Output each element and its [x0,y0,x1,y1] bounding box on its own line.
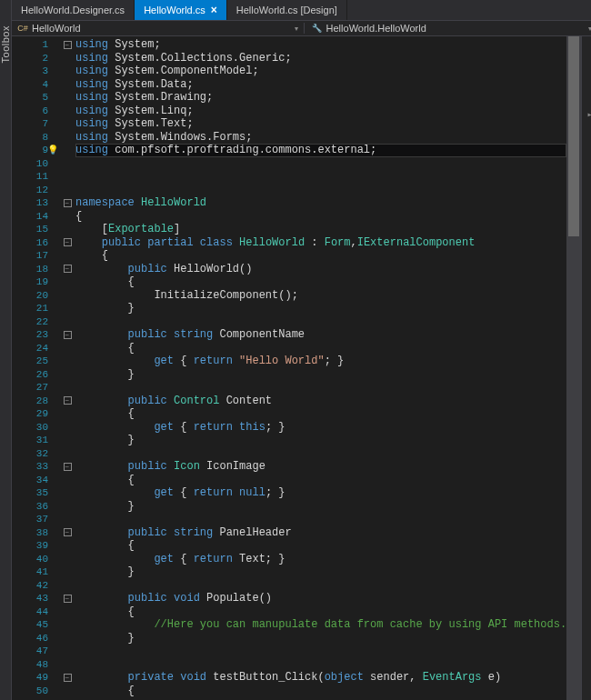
code-line[interactable]: using System.Text; [75,117,566,131]
code-line[interactable]: public void Populate() [75,592,566,605]
nav-member-label: HelloWorld.HelloWorld [326,23,426,34]
code-line[interactable]: { [75,407,566,421]
code-line[interactable]: InitializeComponent(); [75,289,566,303]
nav-scope-dropdown[interactable]: C# HelloWorld ▾ [12,23,305,34]
line-number: 33 [12,460,48,474]
file-tab[interactable]: HelloWorld.cs [Design] [227,0,347,20]
code-line[interactable]: private void testButton_Click(object sen… [75,671,566,685]
code-line[interactable]: namespace HelloWorld [75,196,566,210]
code-line[interactable] [75,157,566,171]
code-line[interactable] [75,170,566,184]
line-number: 35 [12,486,48,500]
code-line[interactable]: //Here you can manupulate data from cach… [75,618,566,632]
tab-label: HelloWorld.cs [Design] [236,5,337,15]
line-number: 24 [12,342,48,355]
code-line[interactable] [75,645,566,658]
line-number: 31 [12,434,48,447]
code-area[interactable]: using System;using System.Collections.Ge… [74,36,566,700]
code-line[interactable]: { [75,342,566,355]
code-line[interactable]: public Control Content [75,395,566,408]
code-line[interactable]: { [75,539,566,553]
line-number: 30 [12,421,48,435]
fold-toggle[interactable]: − [64,674,72,682]
line-number: 43 [12,592,48,605]
code-line[interactable]: using System.Linq; [75,105,566,118]
code-line[interactable] [75,447,566,461]
code-line[interactable]: public partial class HelloWorld : Form,I… [75,236,566,250]
code-line[interactable]: [Exportable] [75,223,566,236]
line-number: 29 [12,407,48,421]
code-line[interactable]: using System.ComponentModel; [75,65,566,78]
code-line[interactable]: { [75,210,566,224]
code-editor[interactable]: 123456789💡101112131415161718192021222324… [12,36,591,700]
line-number: 36 [12,500,48,514]
code-line[interactable] [75,579,566,593]
code-line[interactable]: { [75,249,566,263]
line-number: 26 [12,368,48,382]
fold-toggle[interactable]: − [64,528,72,536]
close-icon[interactable]: × [211,4,217,16]
code-line[interactable]: using com.pfsoft.proftrading.commons.ext… [75,144,566,157]
line-number: 2 [12,52,48,65]
code-line[interactable]: get { return Text; } [75,553,566,566]
file-tab[interactable]: HelloWorld.cs× [135,0,227,20]
nav-member-dropdown[interactable]: 🔧 HelloWorld.HelloWorld ▾ [305,23,591,34]
fold-toggle[interactable]: − [64,199,72,207]
code-line[interactable]: } [75,302,566,315]
line-number: 4 [12,78,48,92]
line-number: 49 [12,671,48,685]
code-line[interactable] [75,381,566,395]
line-number: 6 [12,105,48,118]
line-number: 50 [12,685,48,698]
file-tab[interactable]: HelloWorld.Designer.cs [12,0,135,20]
code-line[interactable]: } [75,500,566,514]
toolbox-strip[interactable]: Toolbox [0,0,12,700]
line-number: 3 [12,65,48,78]
fold-toggle[interactable]: − [64,238,72,246]
lightbulb-icon[interactable]: 💡 [47,145,58,158]
code-line[interactable]: using System; [75,38,566,52]
line-number: 17 [12,249,48,263]
code-line[interactable]: public string ComponentName [75,328,566,342]
fold-toggle[interactable]: − [64,41,72,49]
line-number: 14 [12,210,48,224]
fold-toggle[interactable]: − [64,331,72,339]
code-line[interactable]: using System.Windows.Forms; [75,131,566,145]
code-line[interactable]: { [75,474,566,487]
code-line[interactable]: get { return this; } [75,421,566,435]
chevron-down-icon: ▾ [295,25,298,33]
code-line[interactable] [75,513,566,526]
line-number: 34 [12,474,48,487]
code-line[interactable]: public Icon IconImage [75,460,566,474]
collapse-bar[interactable]: ▸ [581,36,591,700]
code-line[interactable]: } [75,632,566,645]
code-line[interactable]: public HelloWorld() [75,263,566,276]
code-line[interactable]: { [75,605,566,619]
code-line[interactable]: public string PanelHeader [75,526,566,540]
code-line[interactable]: get { return null; } [75,486,566,500]
fold-toggle[interactable]: − [64,463,72,471]
fold-toggle[interactable]: − [64,595,72,603]
line-number: 10 [12,157,48,171]
code-line[interactable]: get { return "Hello World"; } [75,355,566,368]
code-line[interactable] [75,184,566,197]
code-line[interactable] [75,315,566,329]
fold-toggle[interactable]: − [64,265,72,273]
code-line[interactable]: using System.Data; [75,78,566,92]
code-line[interactable]: using System.Collections.Generic; [75,52,566,65]
line-number: 13 [12,196,48,210]
vertical-scrollbar[interactable] [566,36,581,700]
fold-toggle[interactable]: − [64,396,72,405]
code-line[interactable] [75,658,566,672]
scroll-thumb[interactable] [568,36,579,236]
code-line[interactable]: } [75,565,566,579]
code-line[interactable]: { [75,275,566,289]
tab-bar: HelloWorld.Designer.csHelloWorld.cs×Hell… [12,0,591,20]
line-number: 48 [12,658,48,672]
code-line[interactable]: using System.Drawing; [75,91,566,105]
code-line[interactable]: { [75,685,566,698]
outline-fold-column[interactable]: −−−−−−−−−− [61,36,74,700]
line-number: 9💡 [12,144,48,157]
code-line[interactable]: } [75,434,566,447]
code-line[interactable]: } [75,368,566,382]
